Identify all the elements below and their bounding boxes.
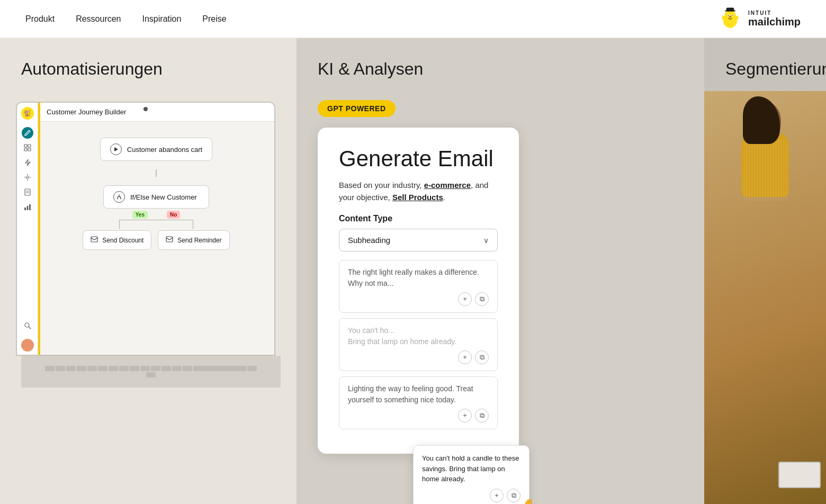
- svg-rect-16: [28, 148, 31, 151]
- journey-header-title: Customer Journey Builder: [38, 103, 274, 122]
- sidebar-icon-settings[interactable]: [22, 172, 33, 183]
- text-box-3-actions: + ⧉: [348, 409, 489, 422]
- journey-main: Customer Journey Builder Customer abando…: [38, 103, 274, 355]
- woman-background: [704, 91, 826, 504]
- generate-email-card: Generate Email Based on your industry, e…: [318, 128, 519, 454]
- section-segmentierung-title: Segmentierung: [725, 59, 826, 79]
- svg-point-6: [728, 14, 729, 15]
- sidebar-icon-search[interactable]: [22, 320, 33, 331]
- text-option-2-wrapper: You can't ho...Bring that lamp on home a…: [339, 318, 498, 371]
- journey-sidebar: 🐒: [17, 103, 38, 355]
- tooltip-add-button[interactable]: +: [490, 489, 504, 502]
- section-segmentierung: Segmentierung: [704, 38, 826, 504]
- yellow-accent-bar: [38, 103, 40, 355]
- copy-button-1[interactable]: ⧉: [475, 292, 489, 306]
- generate-email-description: Based on your industry, e-commerce, and …: [339, 179, 498, 203]
- sidebar-logo-icon: 🐒: [21, 107, 34, 120]
- branch-icon: [113, 191, 125, 203]
- copy-button-3[interactable]: ⧉: [475, 409, 489, 422]
- svg-rect-12: [726, 7, 734, 11]
- section-ki-analysen: KI & Analysen GPT POWERED Generate Email…: [297, 38, 704, 504]
- svg-rect-22: [26, 206, 28, 210]
- text-box-2-actions: + ⧉: [348, 350, 489, 364]
- journey-canvas: Customer abandons cart If/Else New Custo…: [38, 122, 274, 355]
- send-discount-label: Send Discount: [102, 237, 143, 244]
- text-option-3[interactable]: Lighting the way to feeling good. Treat …: [339, 376, 498, 429]
- sidebar-icon-edit[interactable]: [22, 127, 33, 139]
- woman-laptop: [778, 462, 821, 488]
- sidebar-icon-chart[interactable]: [22, 201, 33, 213]
- tooltip-actions: + ⧉: [422, 489, 520, 502]
- cursor-hand-icon: ✋: [522, 496, 537, 504]
- desc-before: Based on your industry,: [339, 181, 421, 190]
- journey-node-trigger[interactable]: Customer abandons cart: [100, 138, 212, 161]
- section-automatisierungen: Automatisierungen 🐒: [0, 38, 297, 504]
- text-option-2[interactable]: You can't ho...Bring that lamp on home a…: [339, 318, 498, 371]
- content-type-select[interactable]: Subheading ∨: [339, 229, 498, 251]
- desc-link-ecommerce[interactable]: e-commerce: [424, 181, 471, 190]
- play-icon: [110, 143, 122, 155]
- journey-node-branch-label: If/Else New Customer: [130, 193, 197, 201]
- journey-node-branch[interactable]: If/Else New Customer: [103, 185, 209, 209]
- mailchimp-logo-icon: [717, 6, 743, 32]
- send-reminder-label: Send Reminder: [177, 237, 221, 244]
- svg-rect-28: [166, 237, 173, 242]
- nav-link-inspiration[interactable]: Inspiration: [142, 14, 182, 24]
- svg-rect-21: [24, 208, 26, 210]
- sidebar-icon-grid[interactable]: [22, 142, 33, 154]
- ki-content: GPT POWERED Generate Email Based on your…: [318, 100, 704, 454]
- add-button-3[interactable]: +: [458, 409, 472, 422]
- laptop-keyboard: [21, 356, 281, 388]
- svg-point-24: [25, 323, 29, 327]
- branch-yes-label: Yes: [132, 211, 148, 219]
- add-button-1[interactable]: +: [458, 292, 472, 306]
- laptop-mockup: 🐒: [16, 102, 297, 504]
- svg-rect-18: [25, 189, 30, 195]
- svg-rect-27: [91, 237, 97, 242]
- section-ki-title: KI & Analysen: [318, 59, 704, 79]
- text-option-1[interactable]: The right light really makes a differenc…: [339, 260, 498, 313]
- logo[interactable]: INTUIT mailchimp: [717, 6, 801, 32]
- svg-rect-14: [28, 145, 31, 147]
- content-type-label: Content Type: [339, 214, 498, 223]
- journey-node-send-discount[interactable]: Send Discount: [83, 230, 151, 250]
- sidebar-icon-doc[interactable]: [22, 186, 33, 198]
- svg-rect-15: [24, 148, 27, 151]
- text-option-1-content: The right light really makes a differenc…: [348, 268, 479, 287]
- svg-marker-26: [114, 147, 118, 151]
- text-box-1-actions: + ⧉: [348, 292, 489, 306]
- navbar: Produkt Ressourcen Inspiration Preise: [0, 0, 826, 38]
- desc-link-sell[interactable]: Sell Products: [392, 193, 443, 202]
- nav-link-produkt[interactable]: Produkt: [25, 14, 55, 24]
- svg-point-2: [722, 15, 725, 20]
- nav-link-preise[interactable]: Preise: [202, 14, 226, 24]
- sidebar-avatar[interactable]: [21, 339, 34, 352]
- section-automatisierungen-title: Automatisierungen: [21, 59, 297, 79]
- connector-1: [156, 169, 157, 177]
- generate-email-title: Generate Email: [339, 147, 498, 171]
- tooltip-popup: You can't hold a candle to these savings…: [413, 445, 529, 504]
- svg-point-3: [734, 15, 738, 20]
- gpt-badge: GPT POWERED: [318, 100, 396, 117]
- nav-link-ressourcen[interactable]: Ressourcen: [76, 14, 121, 24]
- copy-button-2[interactable]: ⧉: [475, 350, 489, 364]
- woman-hair: [743, 96, 780, 144]
- journey-branch-container: If/Else New Customer Yes No: [83, 185, 229, 250]
- svg-rect-23: [29, 204, 31, 210]
- text-option-2-content: You can't ho...Bring that lamp on home a…: [348, 326, 456, 346]
- woman-shirt-pattern: [742, 139, 788, 201]
- keyboard-keys: [45, 366, 257, 377]
- add-button-2[interactable]: +: [458, 350, 472, 364]
- chevron-down-icon: ∨: [483, 236, 489, 245]
- hero-sections: Automatisierungen 🐒: [0, 38, 826, 504]
- text-option-3-content: Lighting the way to feeling good. Treat …: [348, 384, 473, 404]
- branch-no-label: No: [167, 211, 180, 219]
- svg-point-8: [729, 15, 732, 17]
- tooltip-text: You can't hold a candle to these savings…: [422, 454, 519, 483]
- sidebar-icon-bolt[interactable]: [22, 157, 33, 168]
- svg-line-25: [29, 327, 31, 329]
- journey-node-send-reminder[interactable]: Send Reminder: [158, 230, 229, 250]
- tooltip-copy-button[interactable]: ⧉: [507, 489, 520, 502]
- svg-point-7: [732, 14, 733, 15]
- branch-labels: Yes No: [132, 211, 181, 219]
